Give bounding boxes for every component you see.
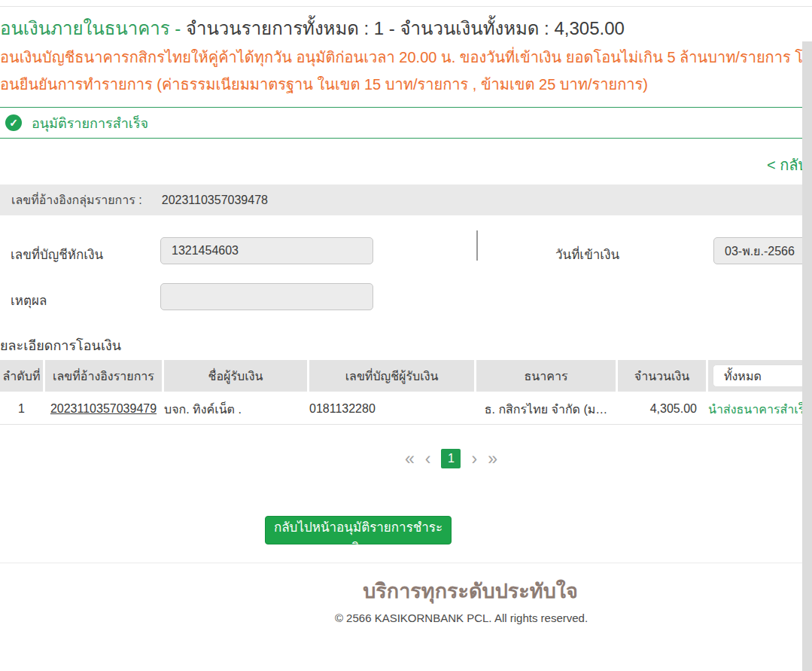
pagination-next-button[interactable]: ›	[471, 450, 477, 468]
check-circle-icon: ✓	[5, 114, 22, 131]
col-header-payee-account: เลขที่บัญชีผู้รับเงิน	[309, 360, 474, 392]
vertical-scrollbar[interactable]	[802, 41, 812, 671]
group-reference-value: 2023110357039478	[162, 194, 268, 207]
notice-line-1: อนเงินบัญชีธนาคารกสิกรไทยให้คู่ค้าได้ทุก…	[0, 45, 812, 69]
pagination-current-page[interactable]: 1	[441, 449, 461, 468]
form-vertical-divider	[476, 230, 478, 261]
row-payee-account: 0181132280	[309, 394, 474, 424]
status-filter-dropdown[interactable]: ทั้งหมด	[713, 364, 812, 387]
group-reference-label: เลขที่อ้างอิงกลุ่มรายการ :	[11, 191, 142, 209]
table-row: 1 2023110357039479 บจก. ทิงค์เน็ต . 0181…	[0, 394, 812, 424]
back-to-approval-button[interactable]: กลับไปหน้าอนุมัติรายการชำระเงิน	[265, 516, 452, 544]
success-alert: ✓ อนุมัติรายการสำเร็จ	[0, 107, 812, 139]
row-status: นำส่งธนาคารสำเร็จ	[708, 400, 812, 419]
page-title-transfer-type: อนเงินภายในธนาคาร -	[0, 18, 181, 38]
transfer-details-section-title: ยละเอียดการโอนเงิน	[0, 334, 121, 356]
footer-copyright: © 2566 KASIKORNBANK PCL. All rights rese…	[335, 612, 588, 624]
group-reference-band: เลขที่อ้างอิงกลุ่มรายการ : 2023110357039…	[0, 185, 812, 215]
page-title: อนเงินภายในธนาคาร - จำนวนรายการทั้งหมด :…	[0, 14, 625, 43]
col-header-amount: จำนวนเงิน	[618, 360, 706, 392]
value-date-label: วันที่เข้าเงิน	[555, 244, 619, 264]
pagination-last-button[interactable]: »	[488, 450, 497, 468]
reason-label: เหตุผล	[11, 290, 47, 310]
value-date-field[interactable]	[713, 237, 812, 264]
notice-line-2: อนยืนยันการทำรายการ (ค่าธรรมเนียมมาตรฐาน…	[0, 72, 648, 96]
success-alert-message: อนุมัติรายการสำเร็จ	[32, 112, 148, 134]
pagination: « ‹ 1 › »	[405, 449, 497, 468]
footer-divider	[0, 563, 802, 563]
pagination-prev-button[interactable]: ‹	[425, 450, 431, 468]
top-divider	[0, 6, 812, 7]
table-row-divider	[0, 424, 802, 425]
pagination-first-button[interactable]: «	[405, 450, 415, 468]
transfer-result-page: อนเงินภายในธนาคาร - จำนวนรายการทั้งหมด :…	[0, 0, 812, 671]
page-title-totals: จำนวนรายการทั้งหมด : 1 - จำนวนเงินทั้งหม…	[181, 18, 625, 38]
table-header-row: ลำดับที่ เลขที่อ้างอิงรายการ ชื่อผู้รับเ…	[0, 360, 812, 392]
col-header-ref: เลขที่อ้างอิงรายการ	[45, 360, 162, 392]
col-header-status: ทั้งหมด	[708, 360, 812, 392]
row-amount: 4,305.00	[618, 394, 706, 424]
row-payee-name: บจก. ทิงค์เน็ต .	[164, 394, 307, 424]
col-header-payee-name: ชื่อผู้รับเงิน	[164, 360, 307, 392]
row-ref-link[interactable]: 2023110357039479	[50, 402, 157, 416]
row-bank: ธ. กสิกรไทย จำกัด (ม…	[476, 394, 616, 424]
debit-account-field[interactable]	[160, 237, 373, 264]
debit-account-label: เลขที่บัญชีหักเงิน	[11, 244, 103, 264]
reason-field[interactable]	[160, 283, 373, 310]
col-header-bank: ธนาคาร	[476, 360, 616, 392]
footer-slogan: บริการทุกระดับประทับใจ	[363, 575, 578, 607]
col-header-no: ลำดับที่	[0, 360, 43, 392]
row-no: 1	[0, 394, 43, 424]
